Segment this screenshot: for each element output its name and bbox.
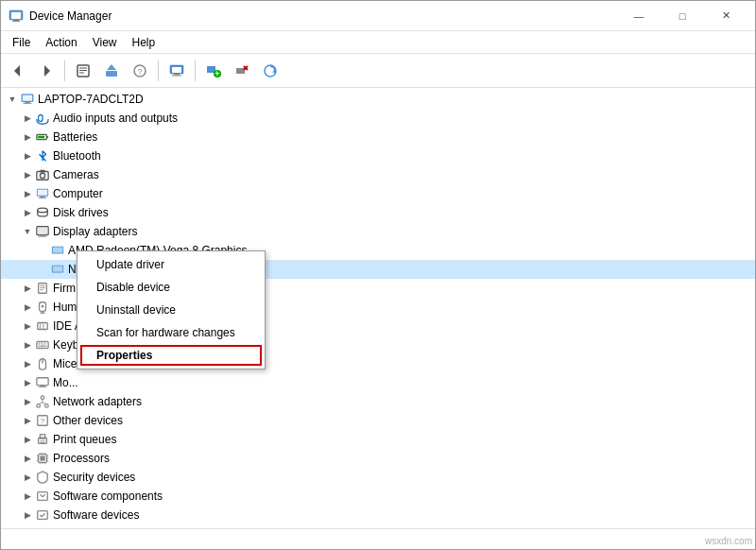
toolbar-computer[interactable]: [163, 59, 190, 83]
audio-icon: [35, 111, 50, 126]
svg-rect-52: [53, 248, 63, 253]
expand-keyb[interactable]: ▶: [20, 337, 35, 352]
amd-icon: [50, 243, 65, 258]
expand-print[interactable]: ▶: [20, 432, 35, 447]
tree-disk[interactable]: ▶ Disk drives: [1, 203, 755, 222]
tree-mo[interactable]: ▶ Mo...: [1, 373, 755, 392]
svg-rect-34: [38, 136, 44, 139]
maximize-button[interactable]: □: [661, 1, 704, 31]
tree-security[interactable]: ▶ Security devices: [1, 468, 755, 487]
toolbar-sep-2: [158, 60, 159, 81]
close-button[interactable]: ✕: [704, 1, 747, 31]
menu-help[interactable]: Help: [125, 34, 163, 51]
svg-rect-63: [38, 323, 48, 330]
svg-rect-39: [38, 190, 48, 196]
nvidia-label: N: [68, 263, 77, 276]
other-label: Other devices: [53, 414, 123, 427]
toolbar-add[interactable]: +: [200, 59, 227, 83]
expand-processors[interactable]: ▶: [20, 451, 35, 466]
expand-other[interactable]: ▶: [20, 413, 35, 428]
svg-rect-37: [40, 170, 44, 173]
toolbar-sep-1: [64, 60, 65, 81]
expand-softcomp[interactable]: ▶: [20, 489, 35, 504]
toolbar-remove[interactable]: [229, 59, 255, 83]
tree-other[interactable]: ▶ ? Other devices: [1, 411, 755, 430]
tree-bluetooth[interactable]: ▶ Bluetooth: [1, 146, 755, 165]
network-label: Network adapters: [53, 395, 142, 408]
svg-marker-4: [14, 65, 20, 77]
expand-hum[interactable]: ▶: [20, 300, 35, 315]
app-icon: [9, 9, 24, 24]
toolbar-scan[interactable]: [257, 59, 284, 83]
svg-line-109: [42, 513, 45, 517]
ctx-disable-device[interactable]: Disable device: [77, 276, 265, 299]
minimize-button[interactable]: —: [617, 1, 661, 31]
expand-security[interactable]: ▶: [20, 470, 35, 485]
ide-icon: [35, 318, 50, 334]
toolbar-help[interactable]: ?: [127, 59, 153, 83]
expand-softdev[interactable]: ▶: [20, 507, 35, 523]
other-icon: ?: [35, 413, 50, 428]
expand-disk[interactable]: ▶: [20, 205, 35, 220]
audio-label: Audio inputs and outputs: [53, 112, 178, 125]
svg-text:?: ?: [41, 417, 45, 425]
softcomp-label: Software components: [53, 490, 163, 503]
expand-mo[interactable]: ▶: [20, 375, 35, 390]
title-bar: Device Manager — □ ✕: [1, 1, 755, 31]
expand-display[interactable]: ▼: [20, 224, 35, 239]
tree-audio[interactable]: ▶ Audio inputs and outputs: [1, 109, 755, 128]
expand-ide[interactable]: ▶: [20, 318, 35, 334]
ctx-update-driver[interactable]: Update driver: [77, 253, 265, 276]
svg-rect-21: [236, 68, 245, 74]
softcomp-icon: [35, 489, 50, 504]
svg-marker-5: [44, 65, 50, 77]
toolbar-back[interactable]: [5, 59, 31, 83]
svg-rect-3: [12, 21, 20, 22]
svg-rect-77: [39, 387, 47, 387]
tree-batteries[interactable]: ▶ Batteries: [1, 128, 755, 146]
expand-cameras[interactable]: ▶: [20, 167, 35, 182]
svg-rect-33: [46, 136, 48, 138]
tree-network[interactable]: ▶ Network adapters: [1, 392, 755, 411]
expand-bluetooth[interactable]: ▶: [20, 148, 35, 163]
expand-network[interactable]: ▶: [20, 394, 35, 409]
toolbar-properties[interactable]: [70, 59, 96, 83]
svg-text:?: ?: [137, 67, 142, 77]
root-label: LAPTOP-7ADCLT2D: [38, 93, 144, 106]
tree-processors[interactable]: ▶: [1, 449, 755, 468]
ctx-properties[interactable]: Properties: [77, 344, 265, 367]
svg-rect-69: [44, 343, 46, 344]
ctx-uninstall-device[interactable]: Uninstall device: [77, 299, 265, 321]
tree-cameras[interactable]: ▶ Cameras: [1, 165, 755, 184]
computer-small-icon: [35, 186, 50, 201]
expand-root[interactable]: ▼: [5, 92, 20, 107]
tree-sound[interactable]: ▶ Sound, video and game controllers: [1, 524, 755, 528]
content-area: ▼ LAPTOP-7ADCLT2D ▶: [1, 88, 755, 528]
toolbar-update[interactable]: [98, 59, 125, 83]
camera-icon: [35, 167, 50, 182]
expand-mice[interactable]: ▶: [20, 356, 35, 371]
print-icon: [35, 432, 50, 447]
expand-sound[interactable]: ▶: [20, 526, 35, 528]
ctx-scan-hardware[interactable]: Scan for hardware changes: [77, 321, 265, 344]
tree-softdev[interactable]: ▶ Software devices: [1, 506, 755, 524]
toolbar-forward[interactable]: [33, 59, 60, 83]
menu-file[interactable]: File: [5, 34, 38, 51]
window-title: Device Manager: [29, 9, 617, 23]
expand-batteries[interactable]: ▶: [20, 129, 35, 145]
keyboard-icon: [35, 337, 50, 352]
expand-firm[interactable]: ▶: [20, 281, 35, 296]
menu-view[interactable]: View: [85, 34, 125, 51]
svg-rect-87: [40, 435, 44, 438]
tree-display[interactable]: ▼ Display adapters: [1, 222, 755, 241]
svg-rect-71: [41, 345, 44, 346]
tree-softcomp[interactable]: ▶ Software components: [1, 487, 755, 506]
expand-computer[interactable]: ▶: [20, 186, 35, 201]
tree-print[interactable]: ▶ Print queues: [1, 430, 755, 449]
expand-audio[interactable]: ▶: [20, 111, 35, 126]
tree-root[interactable]: ▼ LAPTOP-7ADCLT2D: [1, 90, 755, 109]
softdev-icon: [35, 507, 50, 523]
tree-computer[interactable]: ▶ Computer: [1, 184, 755, 203]
svg-rect-30: [39, 115, 43, 122]
menu-action[interactable]: Action: [38, 34, 84, 51]
